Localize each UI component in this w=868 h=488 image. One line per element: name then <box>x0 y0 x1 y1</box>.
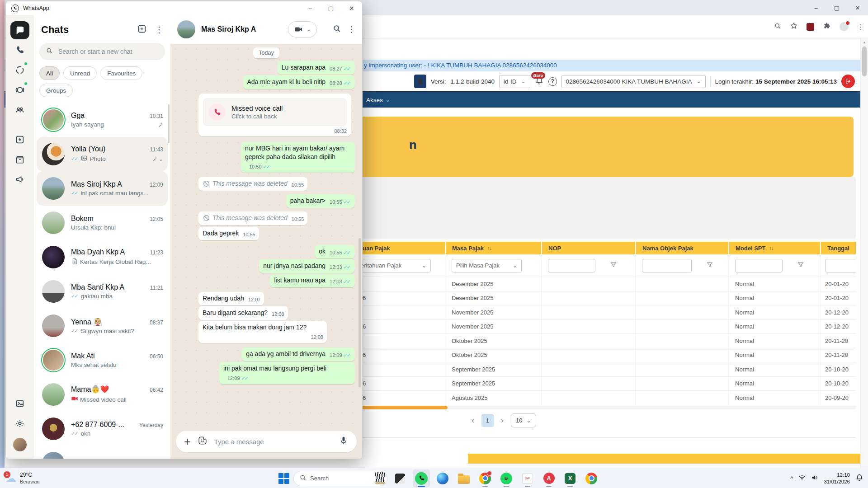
chat-list-item[interactable]: Mba Dyah Kkp A11:23 Kertas Kerja Global … <box>37 240 168 274</box>
page-scrollbar-thumb[interactable] <box>862 47 867 76</box>
filter-unread[interactable]: Unread <box>63 66 97 80</box>
locale-select[interactable]: id-ID⌄ <box>499 75 530 88</box>
conversation-header[interactable]: Mas Siroj Kkp A ⌄ ⋮ <box>170 15 362 44</box>
help-icon[interactable]: ? <box>548 77 557 86</box>
attach-icon[interactable]: + <box>184 436 191 447</box>
browser-minimize-button[interactable]: – <box>806 0 826 15</box>
new-chat-icon[interactable] <box>137 24 147 36</box>
chat-list-scrollbar-thumb[interactable] <box>168 104 170 143</box>
sort-icon[interactable]: ↑↓ <box>769 245 773 251</box>
table-row[interactable]: Oktober 2025Normal20-11-20 <box>294 334 856 348</box>
nama-objek-filter-input[interactable] <box>642 259 692 272</box>
chats-menu-icon[interactable]: ⋮ <box>155 25 163 35</box>
prev-page-button[interactable]: ‹ <box>472 416 474 425</box>
chat-list-item[interactable]: Yenna 👰🏼08:37 ✓✓Si gwyn masi sakit? <box>37 309 168 343</box>
minimize-button[interactable]: – <box>300 1 321 15</box>
column-header[interactable]: NOP <box>541 242 635 254</box>
browser-maximize-button[interactable]: ▢ <box>826 0 847 15</box>
taskbar-excel-icon[interactable]: X <box>561 469 579 488</box>
profile-avatar[interactable] <box>13 438 27 451</box>
zoom-icon[interactable] <box>774 22 781 31</box>
message-incoming[interactable]: Dada geprek10:55 <box>198 227 259 240</box>
chat-search-bar[interactable] <box>39 43 165 60</box>
chat-list-item[interactable]: Mama👵❤️06:42 Missed video call <box>37 377 168 412</box>
table-row[interactable]: 6Oktober 2025Normal20-11-20 <box>294 348 856 363</box>
message-incoming[interactable]: Kita belum bisa makan dong jam 12?12:08 <box>198 321 327 343</box>
taskbar-search[interactable] <box>293 471 387 486</box>
maximize-button[interactable]: ▢ <box>321 1 341 15</box>
chat-list-item[interactable]: Bokem12:05 Ursula Kkp: bnul <box>37 206 168 240</box>
message-deleted[interactable]: This message was deleted10:55 <box>198 177 307 191</box>
browser-close-button[interactable]: ✕ <box>847 0 868 15</box>
contact-avatar[interactable] <box>177 20 195 38</box>
mic-icon[interactable] <box>339 436 349 447</box>
browser-profile-avatar[interactable] <box>840 22 849 31</box>
model-spt-filter-input[interactable] <box>735 259 783 272</box>
table-row[interactable]: 6September 2025Normal20-10-20 <box>294 377 856 391</box>
document-icon[interactable] <box>414 75 426 88</box>
filter-favourites[interactable]: Favourites <box>100 66 142 80</box>
close-button[interactable]: ✕ <box>341 1 362 15</box>
masa-pajak-filter-select[interactable]: Pilih Masa Pajak⌄ <box>452 259 522 272</box>
wifi-icon[interactable] <box>798 474 806 483</box>
taskbar-widget-icon[interactable] <box>392 469 409 488</box>
message-scrollbar-thumb[interactable] <box>359 238 361 387</box>
nav-apps-button[interactable] <box>10 150 29 169</box>
table-row[interactable]: Desember 2025Normal20-01-20 <box>294 277 856 291</box>
message-input[interactable] <box>214 438 332 446</box>
chat-list-item[interactable]: Yolla (You)11:43 ✓✓Photo⌄ <box>37 137 168 171</box>
chat-list-item[interactable] <box>37 446 168 459</box>
message-outgoing[interactable]: ga ada yg ambil td drivernya12:09✓✓ <box>242 347 355 361</box>
taskbar-app-a-icon[interactable]: A <box>540 469 557 488</box>
logout-button[interactable] <box>841 75 855 88</box>
nav-media-button[interactable] <box>10 394 29 413</box>
volume-icon[interactable] <box>811 474 818 483</box>
column-header[interactable]: Masa Pajak↑↓ <box>445 242 541 254</box>
taskbar-spotify-icon[interactable] <box>498 469 515 488</box>
chat-list-item[interactable]: Mas Siroj Kkp A12:09 ✓✓ini pak omat mau … <box>37 171 168 206</box>
message-outgoing[interactable]: paha bakar>10:55✓✓ <box>286 194 355 208</box>
video-call-button[interactable]: ⌄ <box>288 21 317 38</box>
browser-menu-icon[interactable]: ⋮ <box>857 23 864 31</box>
chat-list-item[interactable]: Gga10:31 Iyah sayang <box>37 103 168 137</box>
page-size-select[interactable]: 10⌄ <box>511 413 536 427</box>
tray-chevron-icon[interactable]: ^ <box>790 475 793 482</box>
nav-calls-button[interactable] <box>10 41 29 59</box>
table-row[interactable]: 6Desember 2025Normal20-01-20 <box>294 291 856 306</box>
taskbar-chrome-icon[interactable] <box>476 469 494 488</box>
missed-call-card[interactable]: Missed voice callClick to call back 08:3… <box>198 94 351 136</box>
chat-list-item[interactable]: Mba Santi Kkp A11:21 ✓✓gaktau mba <box>37 274 168 309</box>
conversation-search-icon[interactable] <box>332 24 341 35</box>
nav-status-button[interactable] <box>10 61 29 79</box>
bookmark-star-icon[interactable] <box>790 22 798 32</box>
extension-icon[interactable] <box>807 23 814 31</box>
jenis-pajak-filter-select[interactable]: eritahuan Pajak⌄ <box>356 259 431 272</box>
message-outgoing[interactable]: list kamu mau apa12:03✓✓ <box>270 274 355 287</box>
nop-filter-input[interactable] <box>548 259 595 272</box>
account-select[interactable]: 0286562426034000 KIKA TUMBUH BAHAGIA⌄ <box>561 75 706 88</box>
filter-funnel-icon[interactable] <box>797 261 804 270</box>
nav-chats-button[interactable] <box>10 21 29 39</box>
nav-broadcast-button[interactable] <box>10 170 29 188</box>
table-row[interactable]: November 2025Normal20-12-20 <box>294 305 856 320</box>
table-row[interactable]: 6November 2025Normal20-12-20 <box>294 320 856 334</box>
sort-icon[interactable]: ↑↓ <box>487 245 491 251</box>
notification-center-icon[interactable] <box>855 474 863 483</box>
taskbar-edge-icon[interactable] <box>434 469 451 488</box>
next-page-button[interactable]: › <box>501 416 504 425</box>
page-number-button[interactable]: 1 <box>481 414 494 427</box>
taskbar-chrome2-icon[interactable] <box>583 469 600 488</box>
message-outgoing[interactable]: Lu sarapan apa08:27✓✓ <box>278 61 355 75</box>
message-outgoing[interactable]: nur jdnya nasi padang12:03✓✓ <box>259 259 355 273</box>
column-header[interactable]: Tanggal <box>820 242 856 254</box>
page-scrollbar[interactable]: ▴ <box>860 38 868 468</box>
column-header[interactable]: Model SPT↑↓ <box>728 242 820 254</box>
sticker-icon[interactable] <box>198 436 208 447</box>
table-row[interactable]: September 2025Normal20-10-20 <box>294 362 856 377</box>
extensions-puzzle-icon[interactable] <box>823 22 831 32</box>
taskbar-snipping-icon[interactable]: ✂ <box>519 469 536 488</box>
message-composer[interactable]: + <box>176 431 357 452</box>
taskbar-search-input[interactable] <box>310 475 372 482</box>
filter-funnel-icon[interactable] <box>706 261 713 270</box>
conversation-menu-icon[interactable]: ⋮ <box>347 24 355 34</box>
